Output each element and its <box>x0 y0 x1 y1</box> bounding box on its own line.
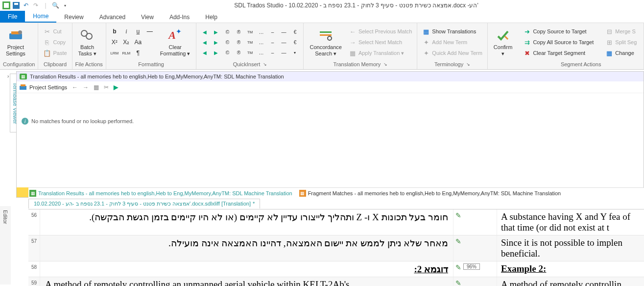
select-next-match-button[interactable]: →Select Next Match <box>347 37 414 47</box>
qi-btn[interactable]: © <box>222 27 233 37</box>
tab-view[interactable]: View <box>133 12 162 23</box>
source-cell[interactable]: מאחר שלא ניתן לממש את יישום האמצאה, דהיי… <box>40 235 453 261</box>
add-new-term-button[interactable]: ✦Add New Term <box>420 37 484 47</box>
qat-down-icon[interactable]: ▾ <box>61 1 70 10</box>
qi-btn[interactable]: – <box>267 27 278 37</box>
dialog-launcher-icon[interactable]: ↘ <box>466 62 470 67</box>
copy-source-button[interactable]: ➜Copy Source to Target <box>521 26 596 36</box>
qi-btn[interactable]: © <box>222 37 233 47</box>
subscript-button[interactable]: X₂ <box>121 37 132 47</box>
segment-row[interactable]: 56 חומר בעל תכונות X ו- Z ותהליך לייצורו… <box>28 209 644 235</box>
tab-review[interactable]: Review <box>56 12 91 23</box>
lrm-button[interactable]: LRM <box>109 48 120 58</box>
redo-icon[interactable]: ↷ <box>31 1 40 10</box>
qi-btn[interactable]: € <box>289 27 300 37</box>
qi-down[interactable]: ▾ <box>289 48 300 57</box>
project-settings-toolbar-button[interactable]: Project Settings <box>20 84 67 91</box>
source-cell[interactable]: A method of remotely controlling an unma… <box>40 277 453 286</box>
qi-btn[interactable]: – <box>267 48 278 57</box>
undo-icon[interactable]: ↶ <box>22 1 30 10</box>
qi-btn[interactable]: — <box>278 27 289 37</box>
underline-button[interactable]: u <box>133 26 143 36</box>
segment-row[interactable]: 59 A method of remotely controlling an u… <box>28 277 644 286</box>
quick-add-term-button[interactable]: ✦Quick Add New Term <box>420 48 484 58</box>
qi-btn[interactable]: … <box>256 48 266 57</box>
qi-btn[interactable]: € <box>289 37 300 47</box>
confirm-button[interactable]: Confirm▾ <box>491 26 516 58</box>
qi-btn[interactable]: TM <box>244 37 255 47</box>
qi-btn[interactable]: ® <box>233 27 244 37</box>
tab-addins[interactable]: Add-Ins <box>162 12 197 23</box>
translation-results-tab[interactable]: ▦ Translation Results - all memories heb… <box>29 190 292 197</box>
tm-toolbar-btn[interactable]: ▦ <box>94 84 99 91</box>
qi-btn[interactable]: ▶ <box>211 37 221 47</box>
tm-toolbar-btn[interactable]: ✂ <box>104 84 109 91</box>
clear-target-button[interactable]: ✖Clear Target Segment <box>521 48 596 58</box>
paste-icon: 📋 <box>43 49 51 57</box>
qi-btn[interactable]: ◀ <box>199 37 210 47</box>
source-cell[interactable]: דוגמא 2: <box>40 261 453 277</box>
nav-next-icon[interactable]: → <box>83 84 89 91</box>
qi-btn[interactable]: — <box>278 37 289 47</box>
qi-btn[interactable]: … <box>256 37 266 47</box>
strike-button[interactable]: — <box>144 26 155 36</box>
status-pen-icon: ✎ <box>455 237 461 245</box>
tab-help[interactable]: Help <box>197 12 225 23</box>
nav-prev-icon[interactable]: ← <box>72 84 78 91</box>
superscript-button[interactable]: X² <box>109 37 120 47</box>
select-previous-match-button[interactable]: ←Select Previous Match <box>347 26 414 36</box>
bold-button[interactable]: b <box>109 26 120 36</box>
merge-segments-button[interactable]: ⊟Merge S <box>603 26 639 36</box>
app-icon <box>2 1 11 10</box>
apply-translation-button[interactable]: ▦Apply Translation ▾ <box>347 48 414 58</box>
tm-go-icon[interactable]: ▶ <box>114 84 118 91</box>
clear-formatting-button[interactable]: A✦ ClearFormatting ▾ <box>157 26 193 58</box>
qi-right-caret[interactable]: ▶ <box>211 27 221 37</box>
qi-btn[interactable]: TM <box>244 48 255 57</box>
show-translations-button[interactable]: ▦Show Translations <box>420 26 484 36</box>
qi-btn[interactable]: ® <box>233 37 244 47</box>
target-cell[interactable]: A substance having X and Y fea of that t… <box>497 209 644 235</box>
concordance-button[interactable]: ConcordanceSearch ▾ <box>307 26 344 58</box>
segment-row[interactable]: 57 מאחר שלא ניתן לממש את יישום האמצאה, ד… <box>28 235 644 261</box>
batch-tasks-button[interactable]: BatchTasks ▾ <box>75 26 99 58</box>
qi-btn[interactable]: © <box>222 48 233 57</box>
editor-side-tab[interactable]: Editor <box>0 206 11 285</box>
qi-btn[interactable]: ◀ <box>199 48 210 57</box>
preview-icon[interactable]: 🔍 <box>51 1 60 10</box>
merge-icon: ⊟ <box>605 27 613 35</box>
qi-btn[interactable]: … <box>256 27 266 37</box>
change-segment-button[interactable]: ▦Change <box>603 48 639 58</box>
copy-all-source-button[interactable]: ⇉Copy All Source to Target <box>521 37 596 47</box>
tab-file[interactable]: File <box>0 11 25 23</box>
qi-btn[interactable]: – <box>267 37 278 47</box>
save-icon[interactable] <box>12 1 21 10</box>
group-segment-actions: ➜Copy Source to Target ⇉Copy All Source … <box>518 23 644 69</box>
qi-btn[interactable]: ® <box>233 48 244 57</box>
target-cell[interactable]: A method of remotely controllin <box>497 277 644 286</box>
target-cell[interactable]: Since it is not possible to implen benef… <box>497 235 644 261</box>
source-cell[interactable]: חומר בעל תכונות X ו- Z ותהליך לייצורו עד… <box>40 209 453 235</box>
dialog-launcher-icon[interactable]: ↘ <box>263 62 267 67</box>
cut-button[interactable]: ✂Cut <box>41 26 69 36</box>
dialog-launcher-icon[interactable]: ↘ <box>383 62 387 67</box>
qi-btn[interactable]: — <box>278 48 289 57</box>
segment-row[interactable]: 58 דוגמא 2: ✎96% Example 2: <box>28 261 644 277</box>
qi-btn[interactable]: ▶ <box>211 48 221 57</box>
copy-button[interactable]: ⎘Copy <box>41 37 69 47</box>
rlm-button[interactable]: RLM <box>121 48 132 58</box>
doc-tab[interactable]: 10.02.2020 - אמצאה כשירת פטנט - סעיף 3 ל… <box>28 199 260 208</box>
italic-button[interactable]: i <box>121 26 132 36</box>
window-title: SDL Trados Studio - 10.02.2020 - אמצאה כ… <box>71 2 642 9</box>
qi-left-caret[interactable]: ◀ <box>199 27 210 37</box>
paste-button[interactable]: 📋Paste <box>41 48 69 58</box>
fragment-matches-tab[interactable]: ▦ Fragment Matches - all memories heb to… <box>299 190 561 197</box>
project-settings-button[interactable]: ProjectSettings <box>3 26 28 58</box>
target-cell[interactable]: Example 2: <box>497 261 644 277</box>
tab-home[interactable]: Home <box>25 11 56 23</box>
qi-btn[interactable]: TM <box>244 27 255 37</box>
paragraph-button[interactable]: ¶ <box>133 48 143 58</box>
smallcaps-button[interactable]: Aa <box>133 37 143 47</box>
split-segment-button[interactable]: ⊞Split Seg <box>603 37 639 47</box>
tab-advanced[interactable]: Advanced <box>92 12 133 23</box>
